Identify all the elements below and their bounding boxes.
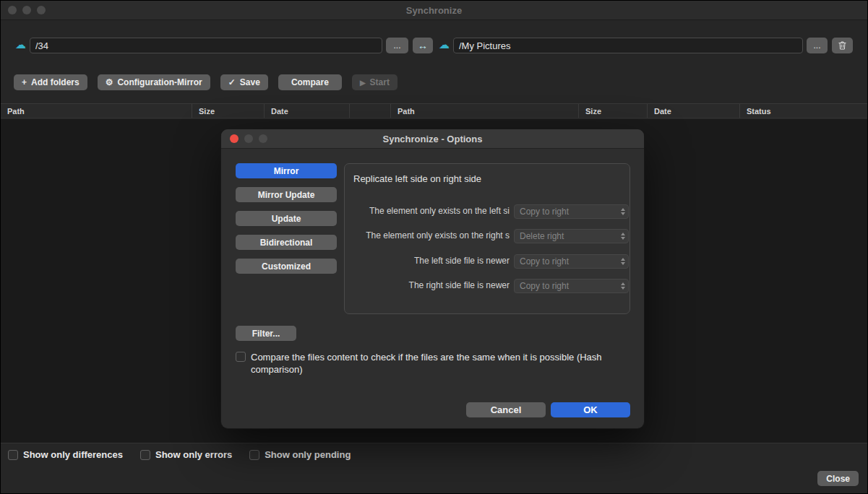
toolbar: + Add folders ⚙ Configuration-Mirror ✓ S… [14,74,398,90]
hash-comparison-label: Compare the files content to check if th… [251,352,626,376]
stepper-arrows-icon [617,280,628,292]
trash-icon [838,40,847,51]
main-titlebar: Synchronize [1,1,867,20]
ok-button[interactable]: OK [551,402,630,417]
rule-row-right-newer: The right side file is newer Copy to rig… [345,279,629,293]
swap-paths-button[interactable]: ↔ [413,38,433,53]
show-only-errors-checkbox[interactable] [140,450,150,460]
rule-row-left-newer: The left side file is newer Copy to righ… [345,254,629,269]
right-cloud-icon: ☁ [439,38,450,51]
play-icon: ▶ [360,79,366,87]
close-button[interactable]: Close [817,471,859,486]
column-header-path-right[interactable]: Path [391,104,579,118]
compare-label: Compare [291,77,329,87]
rule-action-left-only-select[interactable]: Copy to right [514,204,629,219]
rule-action-right-newer-select[interactable]: Copy to right [514,279,629,293]
rules-panel: Replicate left side on right side The el… [344,163,630,314]
mode-update-button[interactable]: Update [236,211,337,226]
rule-action-right-only-value: Delete right [515,231,617,241]
mode-description: Replicate left side on right side [353,173,481,184]
column-header-date-left[interactable]: Date [265,104,350,118]
start-button[interactable]: ▶ Start [352,74,398,90]
gear-icon: ⚙ [106,77,113,87]
save-label: Save [240,77,260,87]
add-folders-label: Add folders [31,77,80,87]
synchronize-window: Synchronize ☁ ... ↔ ☁ ... + Add folders … [0,0,868,494]
dialog-titlebar: Synchronize - Options [221,129,644,149]
check-icon: ✓ [228,77,236,87]
rule-action-right-only-select[interactable]: Delete right [514,229,629,243]
configuration-button[interactable]: ⚙ Configuration-Mirror [98,74,210,90]
start-label: Start [370,77,390,87]
show-only-errors-label: Show only errors [155,449,232,460]
filter-button[interactable]: Filter... [236,326,296,341]
column-header-size-right[interactable]: Size [579,104,648,118]
mode-customized-button[interactable]: Customized [236,259,337,274]
column-header-status[interactable]: Status [740,104,867,118]
rule-action-left-newer-value: Copy to right [515,256,617,266]
rule-label-right-newer: The right side file is newer [349,280,510,290]
stepper-arrows-icon [617,205,628,218]
left-browse-button[interactable]: ... [386,38,408,53]
add-folders-button[interactable]: + Add folders [14,74,87,90]
rule-label-left-only: The element only exists on the left si [349,206,510,216]
rule-label-left-newer: The left side file is newer [349,256,510,266]
column-header-date-right[interactable]: Date [648,104,740,118]
table-header: Path Size Date Path Size Date Status [1,103,867,118]
path-row: ☁ ... ↔ ☁ ... [1,36,867,55]
save-button[interactable]: ✓ Save [220,74,268,90]
stepper-arrows-icon [617,230,628,243]
rule-action-right-newer-value: Copy to right [515,281,617,291]
window-title: Synchronize [1,1,867,20]
column-header-size-left[interactable]: Size [192,104,265,118]
swap-arrows-icon: ↔ [418,40,428,51]
rule-action-left-only-value: Copy to right [515,207,617,217]
plus-icon: + [22,77,27,87]
left-path-input[interactable] [30,38,382,53]
hash-comparison-checkbox[interactable] [236,352,246,362]
right-path-input[interactable] [453,38,803,53]
rule-label-right-only: The element only exists on the right s [349,230,510,240]
show-only-pending-label: Show only pending [265,449,351,460]
rule-action-left-newer-select[interactable]: Copy to right [514,254,629,269]
mode-mirror-update-button[interactable]: Mirror Update [236,187,337,202]
right-browse-button[interactable]: ... [807,38,828,53]
show-only-differences-label: Show only differences [23,449,123,460]
delete-path-button[interactable] [832,38,853,53]
configuration-label: Configuration-Mirror [117,77,202,87]
rule-row-right-only: The element only exists on the right s D… [345,229,629,243]
footer-bar: Show only differences Show only errors S… [1,443,867,493]
column-header-spacer [350,104,391,118]
show-only-pending-option[interactable]: Show only pending [249,449,351,460]
mode-bidirectional-button[interactable]: Bidirectional [236,235,337,250]
compare-button[interactable]: Compare [278,74,342,90]
show-only-errors-option[interactable]: Show only errors [140,449,232,460]
mode-mirror-button[interactable]: Mirror [236,163,337,178]
show-only-differences-option[interactable]: Show only differences [8,449,123,460]
rule-row-left-only: The element only exists on the left si C… [345,204,629,219]
dialog-title: Synchronize - Options [221,129,644,149]
left-cloud-icon: ☁ [15,38,26,51]
options-dialog: Synchronize - Options Mirror Mirror Upda… [221,129,644,428]
column-header-path-left[interactable]: Path [1,104,192,118]
show-only-pending-checkbox[interactable] [249,450,259,460]
stepper-arrows-icon [617,255,628,268]
cancel-button[interactable]: Cancel [466,402,546,417]
show-only-differences-checkbox[interactable] [8,450,18,460]
hash-comparison-option[interactable]: Compare the files content to check if th… [236,352,626,376]
filter-checkboxes: Show only differences Show only errors S… [8,449,351,460]
